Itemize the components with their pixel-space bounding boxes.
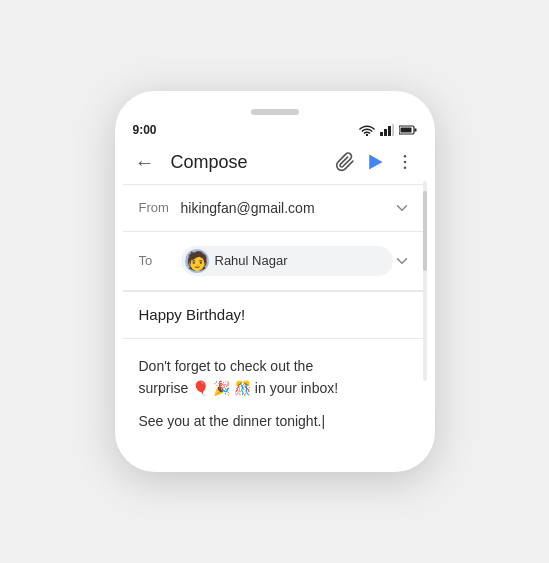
phone-top-bar (115, 109, 435, 115)
body-text: Don't forget to check out thesurprise 🎈 … (139, 355, 411, 432)
body-line1: Don't forget to check out thesurprise 🎈 … (139, 355, 411, 400)
svg-point-12 (403, 167, 406, 170)
avatar: 🧑 (185, 249, 209, 273)
wifi-icon (359, 124, 375, 136)
back-button[interactable]: ← (135, 151, 155, 174)
svg-rect-1 (380, 132, 383, 136)
recipient-chip[interactable]: 🧑 Rahul Nagar (181, 246, 393, 276)
to-chevron-icon[interactable] (393, 252, 411, 270)
status-icons (359, 124, 417, 136)
svg-point-10 (403, 155, 406, 158)
avatar-emoji: 🧑 (186, 252, 208, 270)
signal-icon (380, 124, 394, 136)
svg-rect-2 (384, 129, 387, 136)
svg-rect-4 (392, 124, 394, 136)
phone-speaker (251, 109, 299, 115)
to-label: To (139, 253, 181, 268)
from-label: From (139, 200, 181, 215)
from-value: hikingfan@gmail.com (181, 200, 393, 216)
body-line2: See you at the dinner tonight.| (139, 410, 411, 432)
status-bar: 9:00 (115, 121, 435, 141)
subject-text: Happy Birthday! (139, 306, 246, 323)
subject-row[interactable]: Happy Birthday! (123, 291, 427, 339)
to-row: To 🧑 Rahul Nagar (123, 232, 427, 290)
svg-marker-8 (369, 155, 382, 170)
svg-rect-3 (388, 126, 391, 136)
time-display: 9:00 (133, 123, 157, 137)
attach-icon[interactable] (335, 152, 355, 172)
recipient-name: Rahul Nagar (215, 253, 288, 268)
svg-point-0 (365, 134, 367, 136)
svg-rect-6 (414, 128, 416, 131)
from-chevron-icon[interactable] (393, 199, 411, 217)
phone-shell: 9:00 (115, 91, 435, 472)
send-icon[interactable] (365, 152, 385, 172)
svg-rect-7 (400, 127, 411, 132)
toolbar-title: Compose (171, 152, 335, 173)
more-icon[interactable] (395, 152, 415, 172)
toolbar-actions (335, 152, 415, 172)
scroll-thumb (423, 191, 427, 271)
body-area[interactable]: Don't forget to check out thesurprise 🎈 … (123, 339, 427, 444)
toolbar: ← Compose (123, 141, 427, 184)
svg-point-11 (403, 161, 406, 164)
app-area: ← Compose (123, 141, 427, 444)
from-row: From hikingfan@gmail.com (123, 185, 427, 231)
battery-icon (399, 125, 417, 135)
scroll-track (423, 181, 427, 381)
